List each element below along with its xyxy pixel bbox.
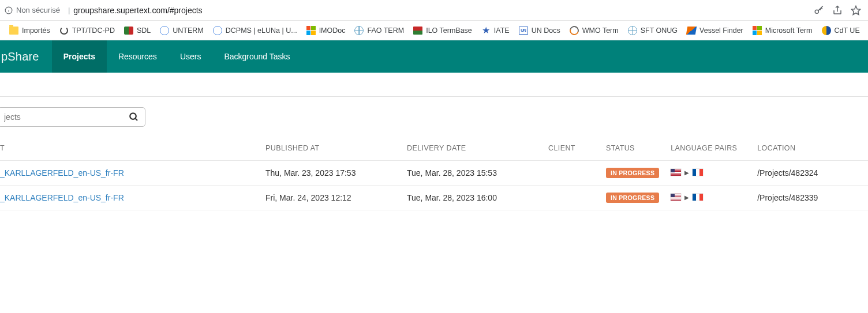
cell-client [542, 186, 600, 210]
swirl-icon [59, 26, 69, 35]
arrow-right-icon: ▶ [684, 169, 689, 176]
flag-fr-icon [693, 169, 703, 176]
bookmark-item[interactable]: UNUN Docs [515, 24, 564, 37]
svg-point-5 [130, 113, 136, 119]
language-pair: ▶ [671, 169, 703, 176]
bookmark-item[interactable]: Microsoft Term [749, 24, 816, 37]
globe-icon [628, 26, 637, 35]
bookmark-item[interactable]: Importés [6, 24, 54, 37]
bookmark-item[interactable]: CdT UE [818, 24, 863, 37]
nav-projects[interactable]: Projects [52, 40, 107, 73]
bookmark-item[interactable]: TPT/TDC-PD [56, 24, 118, 37]
share-icon[interactable] [832, 5, 843, 16]
bookmark-item[interactable]: Vessel Finder [683, 24, 747, 37]
search-box[interactable] [0, 107, 145, 127]
projects-table: T PUBLISHED AT DELIVERY DATE CLIENT STAT… [0, 137, 868, 210]
flag-fr-icon [693, 194, 703, 201]
toolbar-strip [0, 73, 868, 97]
cell-location: /Projects/482324 [751, 161, 868, 186]
key-icon[interactable] [814, 5, 824, 16]
bookmark-item[interactable]: ILO TermBase [410, 24, 476, 37]
bookmark-label: IATE [494, 27, 510, 35]
search-icon[interactable] [129, 112, 139, 122]
bookmark-label: Microsoft Term [765, 27, 813, 35]
star-icon: ★ [481, 26, 491, 35]
col-client[interactable]: CLIENT [542, 137, 600, 161]
table-row: _KARLLAGERFELD_en-US_fr-FR Thu, Mar. 23,… [0, 161, 868, 186]
col-lang[interactable]: LANGUAGE PAIRS [665, 137, 751, 161]
project-link[interactable]: _KARLLAGERFELD_en-US_fr-FR [0, 168, 124, 178]
svg-marker-4 [852, 6, 860, 14]
status-badge: IN PROGRESS [606, 168, 659, 178]
puzzle-icon [124, 26, 133, 35]
bookmark-item[interactable]: ★IATE [478, 24, 513, 37]
cell-delivery: Tue, Mar. 28, 2023 15:53 [401, 161, 542, 186]
bookmark-label: TPT/TDC-PD [72, 27, 115, 35]
flag-us-icon [671, 194, 681, 201]
project-link[interactable]: _KARLLAGERFELD_en-US_fr-FR [0, 193, 124, 202]
star-outline-icon[interactable] [851, 5, 861, 16]
ilo-icon [413, 26, 422, 35]
cell-delivery: Tue, Mar. 28, 2023 16:00 [401, 186, 542, 210]
cdt-icon [822, 26, 831, 35]
bookmark-label: UN Docs [532, 27, 560, 35]
bookmark-item[interactable]: FAO TERM [351, 24, 407, 37]
url-text[interactable]: groupshare.supertext.com/#projects [73, 6, 814, 15]
separator: | [68, 6, 70, 14]
col-published[interactable]: PUBLISHED AT [260, 137, 401, 161]
brand-text: pShare [1, 50, 39, 63]
flag-us-icon [671, 169, 681, 176]
ms-icon [306, 26, 316, 35]
table-row: _KARLLAGERFELD_en-US_fr-FR Fri, Mar. 24,… [0, 186, 868, 210]
bookmark-label: ILO TermBase [426, 27, 472, 35]
undocs-icon: UN [519, 26, 528, 35]
bookmark-item[interactable]: UNTERM [156, 24, 207, 37]
info-icon [5, 6, 13, 14]
top-nav: pShare ProjectsResourcesUsersBackground … [0, 40, 868, 73]
cell-client [542, 161, 600, 186]
security-label: Non sécurisé [16, 6, 60, 14]
un-icon [213, 26, 222, 35]
cell-location: /Projects/482339 [751, 186, 868, 210]
col-project[interactable]: T [0, 137, 260, 161]
svg-line-6 [135, 118, 137, 120]
browser-address-bar: Non sécurisé | groupshare.supertext.com/… [0, 0, 868, 21]
wmo-icon [570, 26, 579, 35]
bookmark-label: SDL [137, 27, 151, 35]
nav-users[interactable]: Users [169, 40, 213, 73]
ms-icon [753, 26, 762, 35]
bookmark-label: DCPMS | eLUNa | U... [226, 27, 297, 35]
arrow-right-icon: ▶ [684, 194, 689, 201]
search-input[interactable] [4, 112, 129, 122]
vessel-icon [687, 26, 696, 35]
col-delivery[interactable]: DELIVERY DATE [401, 137, 542, 161]
un-icon [160, 26, 169, 35]
col-location[interactable]: LOCATION [751, 137, 868, 161]
bookmark-label: Vessel Finder [699, 27, 743, 35]
cell-published: Fri, Mar. 24, 2023 12:12 [260, 186, 401, 210]
nav-background-tasks[interactable]: Background Tasks [212, 40, 301, 73]
bookmarks-bar: ImportésTPT/TDC-PDSDLUNTERMDCPMS | eLUNa… [0, 21, 868, 40]
col-status[interactable]: STATUS [600, 137, 665, 161]
bookmark-item[interactable]: IMODoc [303, 24, 349, 37]
bookmark-item[interactable]: SDL [121, 24, 154, 37]
bookmark-item[interactable]: DCPMS | eLUNa | U... [209, 24, 301, 37]
bookmark-item[interactable]: SFT ONUG [624, 24, 681, 37]
bookmark-label: SFT ONUG [641, 27, 678, 35]
bookmark-label: Importés [22, 27, 50, 35]
bookmark-label: UNTERM [173, 27, 203, 35]
svg-point-3 [815, 10, 818, 13]
status-badge: IN PROGRESS [606, 193, 659, 203]
cell-published: Thu, Mar. 23, 2023 17:53 [260, 161, 401, 186]
bookmark-label: WMO Term [582, 27, 619, 35]
bookmark-label: CdT UE [835, 27, 860, 35]
bookmark-label: FAO TERM [367, 27, 404, 35]
bookmark-item[interactable]: EU-IPC [866, 24, 868, 37]
bookmark-item[interactable]: WMO Term [566, 24, 622, 37]
table-header-row: T PUBLISHED AT DELIVERY DATE CLIENT STAT… [0, 137, 868, 161]
brand[interactable]: pShare [0, 40, 52, 73]
search-area [0, 97, 868, 137]
nav-resources[interactable]: Resources [107, 40, 169, 73]
security-indicator[interactable]: Non sécurisé [5, 6, 60, 14]
language-pair: ▶ [671, 194, 703, 201]
